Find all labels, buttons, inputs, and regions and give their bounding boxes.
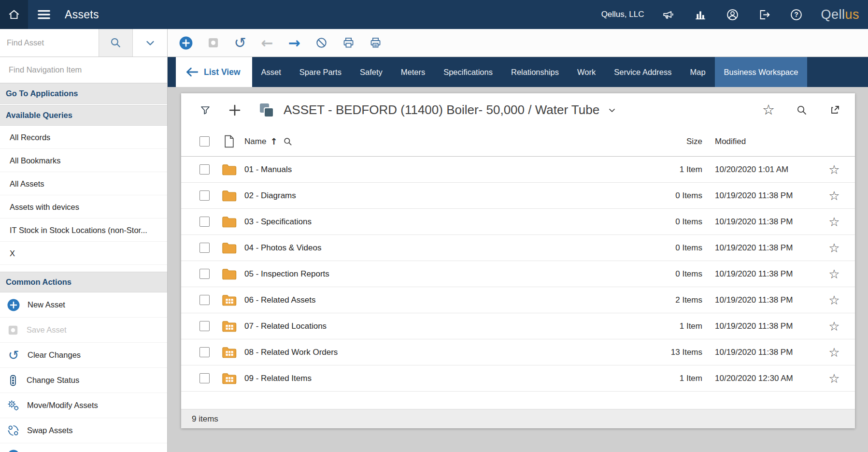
tab-specifications[interactable]: Specifications (434, 57, 502, 87)
column-header-name[interactable]: Name (244, 137, 266, 146)
cancel-record-button[interactable] (313, 35, 329, 51)
select-all-checkbox[interactable] (199, 136, 210, 146)
row-checkbox[interactable] (199, 164, 210, 175)
section-go-to-applications[interactable]: Go To Applications (0, 83, 167, 104)
arrow-right-icon: → (288, 36, 300, 50)
announcements-button[interactable] (661, 7, 676, 22)
query-item-x[interactable]: X (0, 242, 167, 265)
workspace-search-button[interactable] (796, 104, 808, 116)
title-dropdown-button[interactable] (607, 105, 617, 115)
query-item-all-assets[interactable]: All Assets (0, 172, 167, 195)
tab-spare-parts[interactable]: Spare Parts (290, 57, 351, 87)
row-favorite-button[interactable]: ☆ (828, 268, 840, 280)
row-checkbox[interactable] (199, 373, 210, 383)
row-name-link[interactable]: 05 - Inspection Reports (244, 269, 630, 279)
column-header-modified[interactable]: Modified (702, 137, 813, 146)
save-record-button (205, 35, 221, 51)
kpi-button[interactable] (693, 7, 708, 22)
table-row[interactable]: 05 - Inspection Reports 0 Items 10/19/20… (181, 261, 855, 287)
filter-button[interactable] (199, 104, 211, 116)
section-available-queries[interactable]: Available Queries (0, 105, 167, 126)
table-row[interactable]: 04 - Photos & Videos 0 Items 10/19/2020 … (181, 235, 855, 261)
action-label: Move/Modify Assets (27, 401, 98, 410)
list-view-label: List View (204, 67, 241, 77)
find-asset-input[interactable] (0, 29, 99, 57)
logout-button[interactable] (757, 7, 771, 22)
table-row[interactable]: 02 - Diagrams 0 Items 10/19/2020 11:38 P… (181, 183, 855, 209)
action-change-status[interactable]: Change Status (0, 368, 167, 393)
menu-button[interactable] (28, 0, 60, 29)
favorite-button[interactable]: ☆ (762, 103, 775, 117)
table-row[interactable]: 06 - Related Assets 2 Items 10/19/2020 1… (181, 287, 855, 313)
folder-icon (222, 242, 237, 254)
column-search-button[interactable] (283, 137, 293, 146)
query-item-assets-with-devices[interactable]: Assets with devices (0, 195, 167, 219)
row-favorite-button[interactable]: ☆ (828, 372, 840, 385)
row-name-link[interactable]: 02 - Diagrams (244, 191, 630, 201)
tab-asset[interactable]: Asset (252, 57, 290, 87)
row-favorite-button[interactable]: ☆ (828, 294, 840, 306)
query-item-all-bookmarks[interactable]: All Bookmarks (0, 149, 167, 172)
section-common-actions[interactable]: Common Actions (0, 272, 167, 292)
row-name-link[interactable]: 03 - Specifications (244, 217, 630, 227)
tab-meters[interactable]: Meters (392, 57, 434, 87)
action-swap-assets[interactable]: Swap Assets (0, 418, 167, 443)
row-modified: 10/19/2020 11:38 PM (702, 321, 813, 331)
open-workspace-button[interactable] (829, 104, 840, 116)
row-checkbox[interactable] (199, 269, 210, 279)
table-row[interactable]: 07 - Related Locations 1 Item 10/19/2020… (181, 313, 855, 339)
query-item-it-stock[interactable]: IT Stock in Stock Locations (non-Stor... (0, 219, 167, 242)
next-record-button[interactable]: → (286, 35, 302, 51)
print-preview-button[interactable] (368, 35, 383, 51)
row-checkbox[interactable] (199, 243, 210, 253)
row-favorite-button[interactable]: ☆ (828, 346, 840, 359)
list-view-tab[interactable]: List View (176, 57, 252, 87)
table-row[interactable]: 08 - Related Work Orders 13 Items 10/19/… (181, 339, 855, 365)
row-favorite-button[interactable]: ☆ (828, 190, 840, 202)
user-icon (726, 8, 739, 21)
row-favorite-button[interactable]: ☆ (828, 216, 840, 228)
action-associate-users-custodians[interactable]: Associate Users and Custodians (0, 443, 167, 452)
row-checkbox[interactable] (199, 321, 210, 331)
help-button[interactable]: ? (789, 7, 803, 22)
row-favorite-button[interactable]: ☆ (828, 163, 840, 176)
home-button[interactable] (0, 0, 28, 29)
action-clear-changes[interactable]: ↺ Clear Changes (0, 343, 167, 368)
row-name-link[interactable]: 04 - Photos & Videos (244, 243, 630, 253)
table-row[interactable]: 01 - Manuals 1 Item 10/20/2020 1:01 AM ☆ (181, 157, 855, 183)
row-name-link[interactable]: 06 - Related Assets (244, 295, 630, 305)
undo-button[interactable]: ↺ (232, 35, 248, 51)
print-button[interactable] (341, 35, 356, 51)
row-checkbox[interactable] (199, 347, 210, 357)
account-button[interactable] (725, 7, 740, 22)
tab-safety[interactable]: Safety (351, 57, 392, 87)
find-asset-dropdown-button[interactable] (132, 29, 167, 57)
tab-work[interactable]: Work (568, 57, 605, 87)
row-name-link[interactable]: 01 - Manuals (244, 165, 630, 175)
find-asset-search-button[interactable] (99, 29, 132, 57)
action-move-modify-assets[interactable]: Move/Modify Assets (0, 393, 167, 418)
find-navigation-input[interactable] (9, 65, 158, 74)
table-header: Name ↑ Size Modified (181, 127, 855, 157)
tab-business-workspace[interactable]: Business Workspace (715, 57, 808, 87)
row-checkbox[interactable] (199, 295, 210, 305)
column-header-size[interactable]: Size (630, 137, 702, 146)
table-row[interactable]: 09 - Related Items 1 Item 10/20/2020 12:… (181, 365, 855, 392)
row-checkbox[interactable] (199, 217, 210, 227)
table-row[interactable]: 03 - Specifications 0 Items 10/19/2020 1… (181, 209, 855, 235)
bar-chart-icon (694, 8, 707, 21)
row-name-link[interactable]: 08 - Related Work Orders (244, 348, 630, 357)
row-favorite-button[interactable]: ☆ (828, 320, 840, 333)
row-name-link[interactable]: 07 - Related Locations (244, 321, 630, 331)
add-item-button[interactable] (228, 103, 242, 117)
row-name-link[interactable]: 09 - Related Items (244, 374, 630, 383)
tab-map[interactable]: Map (681, 57, 714, 87)
action-new-asset[interactable]: New Asset (0, 292, 167, 318)
new-record-button[interactable] (178, 35, 194, 51)
row-favorite-button[interactable]: ☆ (828, 242, 840, 254)
tab-relationships[interactable]: Relationships (502, 57, 568, 87)
query-item-all-records[interactable]: All Records (0, 126, 167, 149)
row-checkbox[interactable] (199, 190, 210, 201)
tab-service-address[interactable]: Service Address (605, 57, 681, 87)
row-modified: 10/19/2020 11:38 PM (702, 269, 813, 279)
